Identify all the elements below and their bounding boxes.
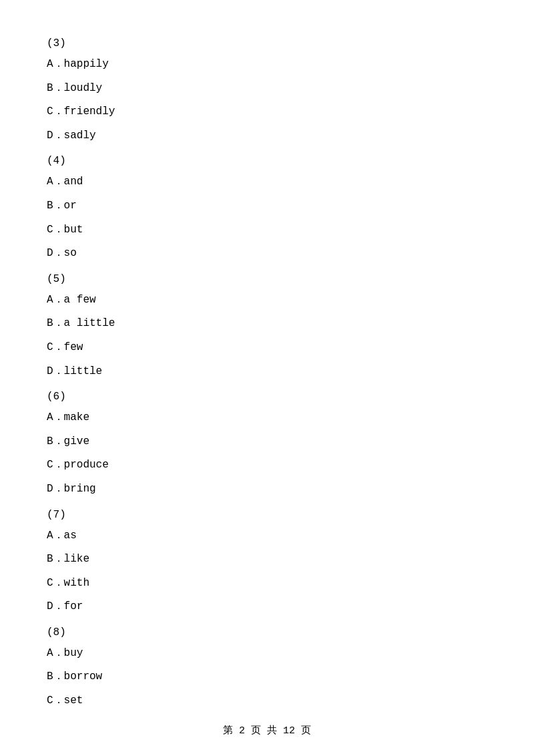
option-q6-0: A．make (47, 409, 487, 427)
option-q8-2: C．set (47, 693, 487, 710)
option-q5-1: B．a little (47, 315, 487, 333)
question-number-q8: (8) (47, 626, 487, 638)
option-q7-3: D．for (47, 598, 487, 616)
option-q6-3: D．bring (47, 481, 487, 498)
option-q7-0: A．as (47, 528, 487, 545)
option-q8-0: A．buy (47, 645, 487, 663)
footer-text: 第 2 页 共 12 页 (223, 725, 311, 737)
option-q8-1: B．borrow (47, 669, 487, 686)
question-number-q3: (3) (47, 37, 487, 49)
option-q5-0: A．a few (47, 292, 487, 309)
option-q6-1: B．give (47, 433, 487, 451)
option-q7-1: B．like (47, 551, 487, 568)
option-q4-3: D．so (47, 245, 487, 262)
option-q6-2: C．produce (47, 457, 487, 474)
option-q3-2: C．friendly (47, 104, 487, 121)
option-q5-3: D．little (47, 363, 487, 381)
option-q4-0: A．and (47, 174, 487, 191)
option-q4-1: B．or (47, 198, 487, 215)
option-q5-2: C．few (47, 339, 487, 357)
option-q4-2: C．but (47, 222, 487, 239)
option-q3-1: B．loudly (47, 80, 487, 98)
page-footer: 第 2 页 共 12 页 (0, 724, 534, 737)
option-q7-2: C．with (47, 575, 487, 592)
option-q3-3: D．sadly (47, 128, 487, 145)
question-number-q5: (5) (47, 273, 487, 285)
option-q3-0: A．happily (47, 56, 487, 73)
question-number-q6: (6) (47, 391, 487, 403)
question-number-q7: (7) (47, 509, 487, 521)
question-number-q4: (4) (47, 155, 487, 167)
page-content: (3)A．happilyB．loudlyC．friendlyD．sadly(4)… (0, 0, 534, 756)
